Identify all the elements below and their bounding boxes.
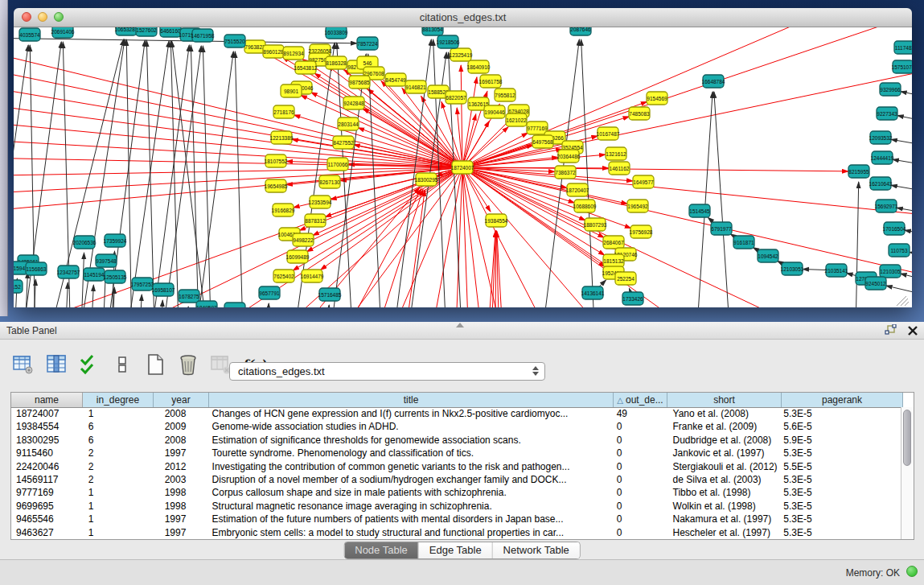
network-node[interactable]: 19218506	[437, 35, 460, 48]
network-node[interactable]: 16648784	[702, 75, 725, 88]
network-node[interactable]: 1849597	[196, 301, 217, 307]
table-row[interactable]: 977716911998Corpus callosum shape and si…	[11, 486, 901, 499]
table-options-button[interactable]	[11, 352, 35, 377]
network-node[interactable]: 16210643	[869, 177, 893, 190]
network-node[interactable]: 17359924	[104, 234, 127, 247]
network-node[interactable]: 20364486	[557, 150, 581, 163]
table-row[interactable]: 969969511998Structural magnetic resonanc…	[11, 500, 901, 513]
column-header-out_de[interactable]: △out_de...	[614, 393, 667, 407]
network-node[interactable]: 8215955	[848, 165, 869, 178]
select-all-button[interactable]	[77, 352, 101, 377]
resize-grip-icon[interactable]	[897, 296, 909, 306]
network-node[interactable]: 20691406	[51, 27, 75, 38]
network-node[interactable]: 2684067	[603, 236, 624, 249]
network-node[interactable]: 8454749	[385, 73, 406, 86]
new-file-button[interactable]	[143, 352, 167, 377]
network-node[interactable]: 110753	[889, 244, 910, 257]
network-node[interactable]: 12444419	[871, 151, 894, 164]
network-node[interactable]: 21035141	[825, 264, 848, 277]
network-node[interactable]: 15716485	[318, 288, 342, 301]
network-node[interactable]: 1621022	[506, 113, 527, 126]
network-node[interactable]: 1965492	[627, 200, 648, 212]
network-node[interactable]: 17957253	[131, 278, 154, 290]
network-canvas[interactable]: 1872400779638228960128891293423226058982…	[14, 27, 912, 307]
table-row[interactable]: 1872400712008Changes of HCN gene express…	[11, 407, 901, 420]
network-node[interactable]: 1678275	[179, 290, 199, 303]
network-node[interactable]: 18807293	[584, 218, 607, 231]
network-node[interactable]: 18640910	[467, 60, 491, 73]
delete-button[interactable]	[176, 352, 200, 377]
network-node[interactable]: 2803144	[338, 117, 359, 130]
network-node[interactable]: 8960128	[263, 45, 284, 58]
table-row[interactable]: 1830029562008Estimation of significance …	[11, 434, 901, 447]
network-node[interactable]: 6497568	[532, 135, 553, 148]
network-node[interactable]: 7963822	[244, 40, 265, 53]
rows-icon-button[interactable]	[110, 352, 134, 377]
network-node[interactable]: 1514545	[689, 204, 710, 217]
network-node[interactable]: 16099489	[286, 250, 310, 263]
network-node[interactable]: 9498222	[293, 233, 314, 246]
tab-edge-table[interactable]: Edge Table	[419, 542, 493, 558]
network-node[interactable]: 16033809	[325, 27, 348, 39]
network-node[interactable]: 1461162	[609, 162, 630, 175]
table-row[interactable]: 911546021997Tourette syndrome. Phenomeno…	[11, 447, 901, 459]
table-row[interactable]: 2242004622012Investigating the contribut…	[11, 460, 901, 473]
network-node[interactable]: 1527602	[136, 27, 157, 36]
network-node[interactable]: 16958107	[152, 283, 175, 296]
network-node[interactable]: 1094542	[758, 249, 778, 262]
network-node[interactable]: 9397548	[96, 254, 117, 267]
close-panel-icon[interactable]	[908, 324, 918, 339]
network-node[interactable]: 12505135	[104, 270, 127, 283]
network-node[interactable]: 9146821	[405, 80, 426, 93]
network-node[interactable]: 10688609	[573, 200, 597, 212]
network-node[interactable]: 16914479	[301, 270, 324, 282]
network-node[interactable]: 8878312	[305, 214, 326, 227]
network-node[interactable]: 7625402	[273, 270, 294, 282]
network-node[interactable]: 16543812	[294, 61, 318, 74]
network-node[interactable]: 12103051	[781, 262, 804, 275]
network-node[interactable]: 18107552	[265, 154, 288, 167]
network-node[interactable]: 18300295	[415, 173, 438, 186]
tab-node-table[interactable]: Node Table	[344, 542, 419, 558]
network-node[interactable]: 1733426	[622, 292, 643, 305]
table-row[interactable]: 946554611997Estimation of the future num…	[11, 513, 901, 525]
network-node[interactable]: 16961758	[479, 75, 503, 88]
network-node[interactable]: 8267130	[319, 175, 340, 188]
network-node[interactable]: 19166829	[272, 204, 295, 216]
network-node[interactable]: 6791977	[711, 222, 732, 235]
network-node[interactable]: 9245012	[865, 277, 886, 290]
network-node[interactable]: 104152	[14, 280, 23, 293]
network-node[interactable]: 18720407	[566, 183, 589, 196]
network-node[interactable]: 19384554	[485, 214, 508, 227]
column-header-title[interactable]: title	[209, 393, 614, 407]
network-node[interactable]: 18724007	[451, 161, 474, 174]
network-node[interactable]: 1170066	[327, 158, 348, 171]
network-node[interactable]: 6822057	[446, 91, 466, 104]
table-selector-dropdown[interactable]: citations_edges.txt	[229, 362, 545, 381]
splitter-grip[interactable]	[456, 323, 464, 328]
network-node[interactable]: 1145194	[84, 268, 105, 281]
network-node[interactable]: 9242848	[343, 97, 364, 109]
tab-network-table[interactable]: Network Table	[493, 542, 580, 558]
network-node[interactable]: 10653287	[115, 27, 138, 35]
network-node[interactable]: 1649577	[633, 175, 654, 188]
network-node[interactable]: 98901	[281, 84, 302, 97]
column-header-year[interactable]: year	[154, 393, 209, 407]
network-node[interactable]: 9154569	[647, 92, 667, 105]
network-node[interactable]: 9875685	[349, 76, 370, 89]
table-row[interactable]: 1456911722003Disruption of a novel membe…	[11, 473, 901, 486]
network-node[interactable]: 6466160	[160, 27, 181, 37]
network-node[interactable]: 8427552	[333, 136, 354, 149]
network-node[interactable]: 1156863	[26, 262, 47, 275]
table-row[interactable]: 1938455462009Genome-wide association stu…	[11, 420, 901, 433]
network-window[interactable]: citations_edges.txt 18724007796382289601…	[14, 8, 912, 307]
network-node[interactable]: 7485083	[629, 107, 650, 120]
network-node[interactable]: 8186328	[326, 56, 347, 69]
column-header-pagerank[interactable]: pagerank	[782, 393, 903, 407]
network-node[interactable]: 12353594	[309, 196, 332, 208]
network-graph[interactable]: 1872400779638228960128891293423226058982…	[14, 27, 912, 307]
network-node[interactable]: 12325419	[450, 48, 473, 61]
network-node[interactable]: 12093532	[869, 131, 893, 144]
table-scrollbar-thumb[interactable]	[903, 410, 911, 466]
network-node[interactable]: 1990446	[484, 105, 505, 118]
